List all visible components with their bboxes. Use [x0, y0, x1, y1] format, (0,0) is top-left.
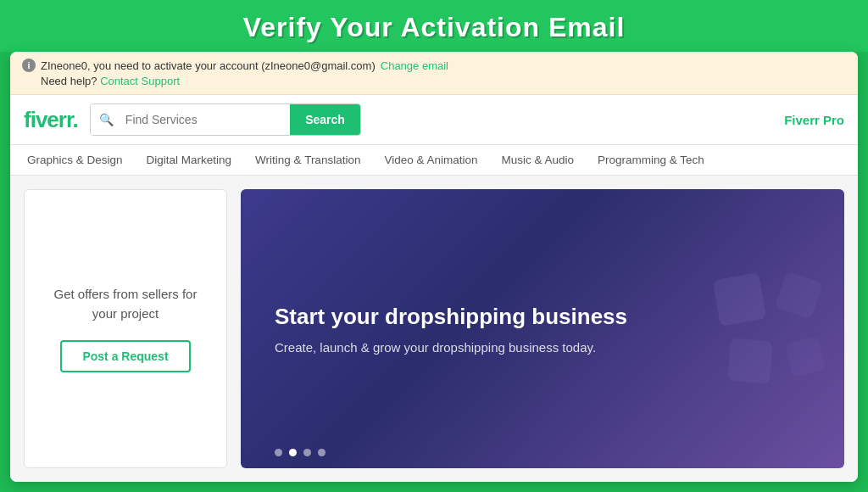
activation-text: ZIneone0, you need to activate your acco…: [41, 59, 376, 72]
category-writing-translation[interactable]: Writing & Translation: [243, 145, 372, 175]
search-icon: 🔍: [91, 104, 122, 135]
content-area: Get offers from sellers for your project…: [10, 176, 858, 482]
search-input[interactable]: [122, 104, 290, 135]
contact-support-link[interactable]: Contact Support: [100, 75, 180, 87]
dot-2[interactable]: [289, 449, 297, 456]
hero-banner: Start your dropshipping business Create,…: [241, 189, 844, 468]
category-music-audio[interactable]: Music & Audio: [490, 145, 587, 175]
fiverr-logo: fiverr.: [24, 107, 78, 133]
dot-3[interactable]: [303, 449, 311, 456]
offer-text: Get offers from sellers for your project: [42, 285, 209, 323]
fiverr-pro-link[interactable]: Fiverr Pro: [784, 113, 844, 127]
banner-title: Verify Your Activation Email: [17, 12, 851, 43]
info-icon: i: [22, 59, 36, 72]
category-nav: Graphics & Design Digital Marketing Writ…: [10, 145, 858, 176]
category-graphics-design[interactable]: Graphics & Design: [15, 145, 135, 175]
sidebar-card: Get offers from sellers for your project…: [24, 189, 227, 468]
notification-bar: i ZIneone0, you need to activate your ac…: [10, 52, 858, 95]
navbar: fiverr. 🔍 Search Fiverr Pro: [10, 95, 858, 145]
post-request-button[interactable]: Post a Request: [60, 340, 190, 372]
main-card: i ZIneone0, you need to activate your ac…: [10, 52, 858, 482]
category-digital-marketing[interactable]: Digital Marketing: [135, 145, 244, 175]
hero-decoration: [711, 271, 827, 387]
top-banner: Verify Your Activation Email: [0, 0, 868, 52]
search-bar: 🔍 Search: [90, 103, 361, 136]
dot-4[interactable]: [318, 449, 326, 456]
category-programming-tech[interactable]: Programming & Tech: [586, 145, 716, 175]
help-row: Need help? Contact Support: [22, 75, 846, 87]
search-button[interactable]: Search: [290, 104, 360, 135]
category-video-animation[interactable]: Video & Animation: [372, 145, 489, 175]
help-text: Need help?: [41, 75, 97, 87]
change-email-link[interactable]: Change email: [381, 59, 448, 72]
activation-message-row: i ZIneone0, you need to activate your ac…: [22, 59, 846, 72]
dot-1[interactable]: [275, 449, 282, 456]
carousel-dots: [275, 449, 326, 456]
